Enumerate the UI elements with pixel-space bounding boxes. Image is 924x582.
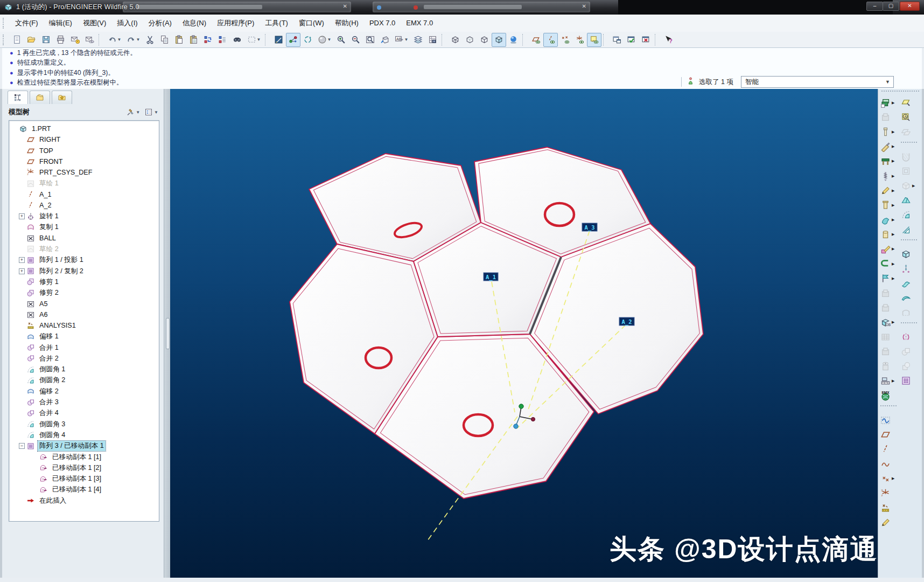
repaint-icon[interactable] [271,33,286,47]
flyout-arrow-icon[interactable]: ▶ [892,320,894,324]
expand-icon[interactable]: + [19,268,25,274]
menu-i[interactable]: 插入(I) [111,15,143,31]
extrude-cut-flyout-icon[interactable] [900,193,918,207]
regenerate-manager-icon[interactable] [215,33,230,47]
tree-item-label[interactable]: 倒圆角 3 [38,419,67,429]
tree-item-label[interactable]: 合并 3 [38,397,60,407]
copy-icon[interactable] [157,33,172,47]
flyout-arrow-icon[interactable]: ▶ [892,218,894,222]
tree-item-label[interactable]: ANALYSIS1 [38,321,78,330]
csys-toggle-icon[interactable] [572,33,587,47]
menu-t[interactable]: 工具(T) [260,15,293,31]
flyout-arrow-icon[interactable]: ▶ [892,476,894,481]
flyout-arrow-icon[interactable]: ▶ [892,130,894,134]
analysis-tool-icon[interactable] [879,501,898,515]
right-toolbar-drag-handle[interactable] [881,91,919,95]
menu-emx70[interactable]: EMX 7.0 [401,15,438,31]
datum-axis-tool-icon[interactable] [879,442,898,456]
dropdown-arrow-icon[interactable]: ▼ [327,37,332,42]
expand-icon[interactable]: + [19,213,25,219]
tree-item-label[interactable]: 合并 1 [38,343,60,353]
tree-item-label[interactable]: A5 [38,300,49,308]
menu-e[interactable]: 编辑(E) [44,15,78,31]
folder-browser-tab[interactable] [30,91,50,104]
flyout-arrow-icon[interactable]: ▶ [892,379,894,383]
hole-tool-icon[interactable]: ▶ [879,124,898,139]
model-canvas[interactable]: A_1 A_2 A_3 [170,89,878,578]
chamfer-flyout-icon[interactable] [900,223,918,237]
flyout-arrow-icon[interactable]: ▶ [892,262,894,266]
spin-center-toggle-icon[interactable] [286,33,300,47]
tree-item-label[interactable]: 1.PRT [30,124,52,133]
menu-f[interactable]: 文件(F) [10,15,44,31]
tree-item-label[interactable]: 在此插入 [38,496,68,506]
dropdown-arrow-icon[interactable]: ▼ [257,37,261,42]
datum-planes-toggle-icon[interactable] [529,33,543,47]
tree-item-label[interactable]: 阵列 2 / 复制 2 [38,266,85,276]
measure-tool-icon[interactable]: ▶ [879,374,898,389]
open-file-icon[interactable] [24,33,39,47]
soccer-ball-model[interactable] [290,147,703,498]
boundary-blend-flyout-icon[interactable] [900,290,918,305]
redo-icon[interactable]: ▼ [124,33,143,47]
datum-plane-tool-icon[interactable] [879,427,898,442]
flyout-arrow-icon[interactable]: ▶ [892,247,894,251]
tree-item-label[interactable]: A6 [38,310,49,319]
no-hidden-display-icon[interactable] [477,33,492,47]
print-icon[interactable] [53,33,68,47]
tree-item-label[interactable]: A_1 [38,190,53,199]
datum-axes-toggle-icon[interactable] [543,33,558,47]
shaded-display-icon[interactable] [492,33,506,47]
dropdown-arrow-icon[interactable]: ▼ [404,37,409,42]
round-flyout-icon[interactable] [900,207,918,222]
selection-filter-icon[interactable]: ▼ [244,33,263,47]
tree-item-label[interactable]: RIGHT [38,135,62,144]
tree-item-label[interactable]: 倒圆角 2 [38,375,67,385]
tree-item-label[interactable]: 阵列 1 / 投影 1 [38,255,85,265]
tree-item-label[interactable]: 修剪 1 [38,277,60,287]
tree-item-label[interactable]: FRONT [38,157,64,166]
collapse-icon[interactable]: − [19,443,25,449]
dropdown-arrow-icon[interactable]: ▼ [117,37,122,42]
tree-item-label[interactable]: TOP [38,147,55,155]
tree-item-label[interactable]: BALL [38,234,58,242]
tree-item-label[interactable]: 合并 4 [38,408,60,418]
flyout-arrow-icon[interactable]: ▶ [892,276,894,281]
save-file-icon[interactable] [39,33,53,47]
minimize-button[interactable]: – [866,2,883,11]
tree-item-label[interactable]: 合并 2 [38,354,60,364]
menu-w[interactable]: 窗口(W) [293,15,330,31]
view-manager-icon[interactable] [425,33,440,47]
expand-icon[interactable]: + [19,257,25,263]
menu-v[interactable]: 视图(V) [78,15,111,31]
close-window-icon[interactable] [639,33,653,47]
blend-tool-icon[interactable]: ▶ [879,227,898,242]
undo-icon[interactable]: ▼ [105,33,124,47]
rib-tool-icon[interactable]: ▶ [879,154,898,169]
send-model-link-icon[interactable] [82,33,97,47]
flyout-arrow-icon[interactable]: ▶ [892,144,894,149]
menu-pdx70[interactable]: PDX 7.0 [364,15,401,31]
point-maroon[interactable] [531,417,535,421]
menu-p[interactable]: 应用程序(P) [212,15,260,31]
udf-library-tool-icon[interactable]: DB▶ [879,315,898,330]
refit-icon[interactable] [363,33,377,47]
flyout-arrow-icon[interactable]: ▶ [912,184,915,188]
zoom-out-icon[interactable] [348,33,363,47]
flyout-arrow-icon[interactable]: ▶ [892,189,894,193]
saved-views-icon[interactable]: AB▼ [392,33,411,47]
sketch-tool-icon[interactable] [879,413,898,427]
new-file-icon[interactable] [10,33,24,47]
flyout-arrow-icon[interactable]: ▶ [892,101,894,105]
tree-item-label[interactable]: 阵列 3 / 已移动副本 1 [38,441,106,451]
find-icon[interactable] [230,33,244,47]
selection-filter-combo[interactable]: 智能 ▼ [741,76,894,88]
tree-item-label[interactable]: 草绘 2 [38,244,60,254]
tree-item-label[interactable]: PRT_CSYS_DEF [38,168,94,177]
datum-axis-flyout-icon[interactable]: A [900,110,918,124]
dropdown-arrow-icon[interactable]: ▼ [154,110,158,115]
splitter-grip[interactable] [166,318,170,349]
dropdown-arrow-icon[interactable]: ▼ [136,110,140,115]
swept-surface-flyout-icon[interactable] [900,276,918,290]
tree-item-label[interactable]: 已移动副本 1 [4] [51,484,103,495]
